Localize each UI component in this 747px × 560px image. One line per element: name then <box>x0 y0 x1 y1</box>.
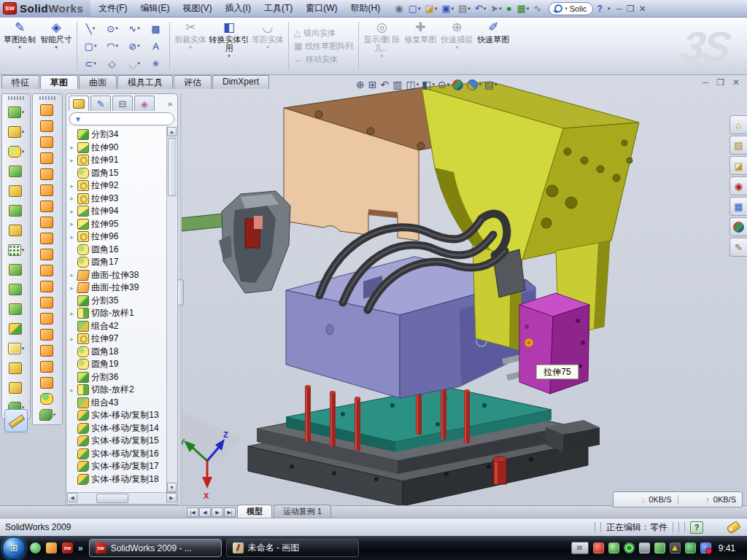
command-tab[interactable]: 曲面 <box>79 75 117 89</box>
display-delete-relations-button[interactable]: ◎ 显示/删 除几... ▾ <box>361 19 402 73</box>
expand-arrow-icon[interactable]: ▸ <box>69 310 75 317</box>
sketch-fillet-icon[interactable]: ◡▾ <box>123 55 145 72</box>
expand-arrow-icon[interactable]: ▸ <box>69 157 75 164</box>
filled-surface-icon[interactable] <box>40 182 54 198</box>
pattern-select-icon[interactable]: ▩ <box>145 20 167 37</box>
fillet-icon[interactable]: ▾ <box>8 141 25 161</box>
app-restore-button[interactable]: ❒ <box>627 4 635 14</box>
draft-icon[interactable] <box>9 279 23 299</box>
linear-sketch-pattern-item[interactable]: ▦线性草图阵列 <box>294 41 353 52</box>
expand-arrow-icon[interactable]: ▸ <box>69 284 75 292</box>
taskbar-window-solidworks[interactable]: SW SolidWorks 2009 - ... <box>89 539 222 557</box>
point-icon[interactable]: ✳ <box>145 55 167 72</box>
expand-arrow-icon[interactable]: ▸ <box>69 144 75 151</box>
solidworks-resources-tab[interactable]: ⌂ <box>729 115 747 134</box>
feature-tree-item[interactable]: 圆角19 <box>69 358 166 371</box>
rapid-sketch-button[interactable]: ✐ 快速草图 <box>475 19 511 73</box>
sketch-button[interactable]: ✎ 草图绘制 ▾ <box>1 19 38 73</box>
feature-tree-item[interactable]: 分割36 <box>69 371 166 384</box>
move-entities-item[interactable]: ↔移动实体 <box>294 54 353 65</box>
feature-tree-item[interactable]: ▸ 拉伸94 <box>69 205 166 218</box>
scrollbar-thumb[interactable] <box>96 494 128 503</box>
toolbar-grip[interactable] <box>39 96 55 100</box>
feature-tree-item[interactable]: 圆角16 <box>69 244 166 257</box>
zoom-to-fit-icon[interactable]: ⊕ <box>356 79 365 90</box>
arc-icon[interactable]: ◠▾ <box>101 37 123 55</box>
extruded-surface-icon[interactable] <box>40 102 54 118</box>
menu-item[interactable]: 插入(I) <box>219 1 258 15</box>
ellipse-icon[interactable]: ⊘▾ <box>123 37 145 55</box>
dimxpertmanager-tab[interactable]: ◈ <box>134 96 155 111</box>
fillet-surface-icon[interactable] <box>40 262 54 279</box>
scroll-left-icon[interactable]: ◀ <box>67 493 77 502</box>
tag-icon[interactable] <box>726 521 740 534</box>
radiate-surface-icon[interactable] <box>40 246 54 262</box>
first-tab-button[interactable]: |◀ <box>187 508 198 517</box>
app-minimize-button[interactable]: ─ <box>616 4 622 14</box>
scrollbar-thumb[interactable] <box>168 138 177 196</box>
toolbar-grip[interactable] <box>8 96 24 100</box>
scroll-right-icon[interactable]: ▶ <box>166 493 177 502</box>
menu-item[interactable]: 编辑(E) <box>134 1 177 15</box>
line-icon[interactable]: ╲▾ <box>80 20 101 37</box>
extruded-boss-icon[interactable]: ▾ <box>8 102 25 122</box>
lofted-boss-icon[interactable] <box>9 181 23 201</box>
panel-overflow-chevron[interactable]: » <box>168 99 175 108</box>
shell-icon[interactable] <box>9 201 23 220</box>
tree-horizontal-scrollbar[interactable]: ◀ ▶ <box>67 492 177 503</box>
prev-tab-button[interactable]: ◀ <box>199 508 211 517</box>
boundary-surface-icon[interactable] <box>40 166 54 182</box>
menu-item[interactable]: 文件(F) <box>92 1 133 15</box>
taskbar-window-paint[interactable]: 未命名 - 画图 <box>226 539 359 557</box>
command-tab[interactable]: 模具工具 <box>117 75 173 89</box>
surface-curve-icon[interactable]: ▾ <box>39 407 56 423</box>
sketch-caret-icon[interactable]: ▾ <box>18 44 21 50</box>
menu-item[interactable]: 工具(T) <box>258 1 299 15</box>
expand-arrow-icon[interactable]: ▸ <box>69 386 75 394</box>
display-style-icon[interactable]: ◧▾ <box>422 79 435 90</box>
pin-icon[interactable]: ◉ <box>392 3 406 14</box>
feature-tree-item[interactable]: 实体-移动/复制16 <box>69 448 166 461</box>
previous-view-icon[interactable]: ↶ <box>380 79 390 90</box>
zoom-to-area-icon[interactable]: ⊞ <box>368 79 378 90</box>
hole-wizard-icon[interactable] <box>9 220 23 240</box>
expand-arrow-icon[interactable]: ▸ <box>69 335 75 343</box>
search-input[interactable]: ▾ Solic <box>549 2 592 15</box>
view-settings-icon[interactable]: ▤▾ <box>484 79 498 90</box>
command-tab[interactable]: 草图 <box>40 75 78 89</box>
feature-tree-item[interactable]: ▸ 拉伸93 <box>69 192 166 206</box>
feature-tree-item[interactable]: ▸ 切除-放样2 <box>69 384 166 397</box>
polygon-icon[interactable]: ◇ <box>101 55 123 72</box>
media-player-icon[interactable] <box>46 542 57 553</box>
dome-icon[interactable] <box>40 391 54 407</box>
swept-boss-icon[interactable] <box>9 161 23 181</box>
expand-arrow-icon[interactable]: ▸ <box>69 182 75 190</box>
feature-tree-item[interactable]: 组合43 <box>69 397 166 410</box>
open-folder-icon[interactable]: ◪▾ <box>422 3 439 14</box>
doc-close-button[interactable]: ✕ <box>732 77 740 88</box>
propertymanager-tab[interactable]: ✎ <box>90 96 111 111</box>
lofted-surface-icon[interactable] <box>40 150 54 166</box>
featuremanager-tab[interactable] <box>69 96 89 111</box>
hide-show-items-icon[interactable]: ⊙▾ <box>438 79 449 90</box>
expand-arrow-icon[interactable]: ▸ <box>69 208 75 215</box>
planar-surface-icon[interactable] <box>40 198 54 214</box>
start-button[interactable]: ⊞ <box>2 537 26 560</box>
convert-entities-button[interactable]: ◧ 转换实体引用 ▾ <box>209 19 249 73</box>
view-palette-tab[interactable]: ▦ <box>729 197 747 216</box>
sync-icon[interactable] <box>654 542 665 553</box>
menu-item[interactable]: 帮助(H) <box>344 1 387 15</box>
smart-dimension-caret-icon[interactable]: ▾ <box>55 44 58 50</box>
feature-tree-item[interactable]: 圆角17 <box>69 256 166 269</box>
text-icon[interactable]: A <box>145 37 167 55</box>
delete-face-icon[interactable] <box>40 279 54 295</box>
document-tab[interactable]: 模型 <box>237 505 272 518</box>
tooling-split-icon[interactable] <box>40 359 54 375</box>
feature-tree-item[interactable]: 分割35 <box>69 295 166 308</box>
quick-snaps-button[interactable]: ⊕ 快速捕捉 ▾ <box>438 19 475 73</box>
feature-tree-item[interactable]: 实体-移动/复制13 <box>69 409 166 422</box>
menu-item[interactable]: 视图(V) <box>177 1 219 15</box>
slot-icon[interactable]: ⊂▾ <box>80 55 101 72</box>
select-arrow-icon[interactable]: ➤▾ <box>488 3 503 14</box>
status-help-button[interactable]: ? <box>690 521 703 534</box>
